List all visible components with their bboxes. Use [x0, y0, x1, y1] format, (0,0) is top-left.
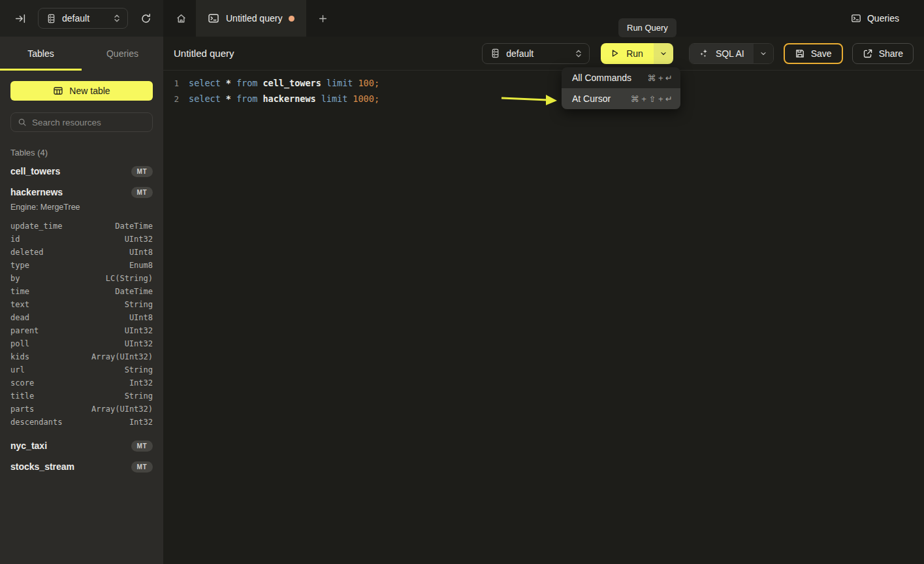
database-icon [490, 48, 500, 58]
search-box[interactable] [10, 112, 153, 132]
body: Tables Queries New table [0, 37, 924, 564]
refresh-button[interactable] [137, 10, 154, 27]
column-name: kids [10, 352, 29, 361]
column-name: deleted [10, 248, 44, 257]
column-name: descendants [10, 418, 62, 427]
sidebar-tab-queries[interactable]: Queries [82, 37, 163, 71]
menu-item-shortcut: ⌘ + ⇧ + ↵ [631, 94, 673, 104]
share-icon [863, 48, 873, 59]
tab-untitled-query[interactable]: Untitled query [196, 0, 306, 37]
topbar-database-selector[interactable]: default [38, 8, 128, 29]
queries-button-label: Queries [867, 13, 899, 24]
column-type: String [125, 300, 153, 309]
column-type: UInt8 [129, 313, 153, 322]
database-icon [46, 14, 56, 24]
column-name: update_time [10, 222, 62, 231]
new-tab-button[interactable] [314, 10, 331, 27]
run-button-label: Run [626, 48, 643, 59]
topbar: default Untitled query [0, 0, 924, 37]
search-icon [18, 118, 27, 127]
sql-number: 100 [358, 78, 374, 88]
queries-button[interactable]: Queries [851, 13, 899, 24]
engine-badge: MT [131, 440, 153, 452]
sql-ai-button-label: SQL AI [716, 48, 744, 59]
query-toolbar: default Run [482, 43, 914, 64]
column-type: UInt32 [125, 326, 153, 335]
column-type: LC(String) [106, 274, 153, 283]
sql-literal: 1000; [353, 93, 379, 104]
collapse-sidebar-button[interactable] [12, 10, 29, 27]
code-content: select * from hackernews limit 1000; [189, 93, 379, 104]
run-split-button: Run [601, 43, 673, 64]
sql-keyword: limit [327, 78, 353, 88]
sql-keyword: limit [321, 93, 348, 104]
home-button[interactable] [172, 10, 189, 27]
engine-badge: MT [131, 461, 153, 473]
engine-badge: MT [131, 187, 153, 198]
column-row: id UInt32 [10, 233, 153, 246]
refresh-icon [140, 13, 151, 24]
new-table-button-label: New table [69, 86, 110, 96]
run-query-tooltip: Run Query [618, 18, 677, 37]
column-name: url [10, 365, 25, 374]
column-row: deleted UInt8 [10, 246, 153, 259]
column-row: poll UInt32 [10, 337, 153, 350]
sql-keyword: from [236, 78, 258, 88]
sql-literal: 100; [358, 78, 379, 88]
unsaved-changes-dot [289, 16, 295, 22]
column-name: text [10, 300, 29, 309]
query-header: Untitled query default [163, 37, 924, 71]
table-row-nyc-taxi[interactable]: nyc_taxi MT [10, 438, 153, 454]
column-name: score [10, 378, 34, 388]
menu-item-all-commands[interactable]: All Commands ⌘ + ↵ [562, 67, 680, 88]
sidebar-tab-tables[interactable]: Tables [0, 37, 82, 71]
sql-ai-options-button[interactable] [754, 44, 773, 63]
column-row: kids Array(UInt32) [10, 350, 153, 363]
column-type: Array(UInt32) [91, 352, 153, 361]
search-input[interactable] [32, 118, 146, 127]
topbar-left: default [0, 0, 163, 37]
line-number: 1 [171, 78, 179, 88]
column-type: Int32 [129, 418, 153, 427]
column-row: url String [10, 363, 153, 376]
table-row-stocks-stream[interactable]: stocks_stream MT [10, 459, 153, 474]
sql-editor[interactable]: 1 select * from cell_towers limit 100; 2… [163, 71, 924, 564]
table-row-hackernews[interactable]: hackernews MT [10, 184, 153, 200]
column-type: String [125, 365, 153, 374]
code-content: select * from cell_towers limit 100; [189, 78, 379, 88]
column-row: dead UInt8 [10, 311, 153, 324]
save-icon [795, 48, 805, 59]
sql-ai-button[interactable]: SQL AI [690, 44, 754, 63]
column-type: DateTime [115, 287, 153, 296]
play-icon [610, 48, 620, 58]
column-name: time [10, 287, 29, 296]
table-row-cell-towers[interactable]: cell_towers MT [10, 163, 153, 179]
toolbar-database-value: default [506, 48, 569, 59]
sidebar: Tables Queries New table [0, 37, 163, 564]
app-window: default Untitled query [0, 0, 924, 564]
tab-title: Untitled query [226, 13, 282, 24]
column-row: time DateTime [10, 285, 153, 298]
share-button[interactable]: Share [852, 43, 914, 64]
page-title: Untitled query [174, 48, 234, 59]
run-button[interactable]: Run [601, 43, 654, 64]
sidebar-tab-queries-label: Queries [106, 48, 138, 59]
column-name: id [10, 235, 20, 244]
column-type: UInt8 [129, 248, 153, 257]
menu-item-at-cursor[interactable]: At Cursor ⌘ + ⇧ + ↵ [562, 88, 680, 109]
table-name: hackernews [10, 187, 63, 197]
save-button[interactable]: Save [784, 43, 843, 64]
column-row: score Int32 [10, 376, 153, 390]
column-row: descendants Int32 [10, 416, 153, 429]
sparkles-icon [699, 48, 709, 59]
run-options-button[interactable] [654, 43, 673, 64]
new-table-button[interactable]: New table [10, 81, 153, 101]
hackernews-columns: update_time DateTime id UInt32 deleted U… [10, 220, 153, 429]
toolbar-database-selector[interactable]: default [482, 43, 590, 64]
sql-keyword: from [236, 93, 258, 104]
column-name: parent [10, 326, 39, 335]
sql-star: * [226, 78, 231, 88]
column-name: poll [10, 339, 29, 348]
chevron-down-icon [759, 50, 767, 58]
code-line-1: 1 select * from cell_towers limit 100; [163, 75, 924, 91]
